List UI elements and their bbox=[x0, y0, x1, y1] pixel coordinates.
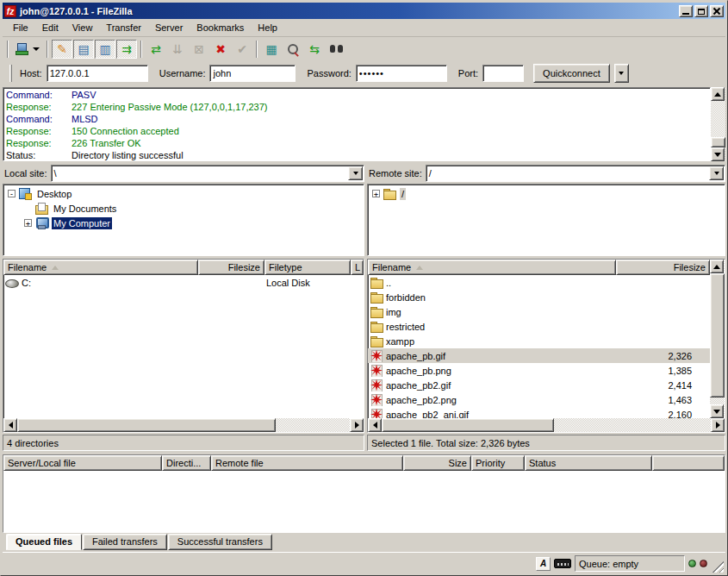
menu-item[interactable]: Help bbox=[251, 21, 284, 34]
column-header-priority[interactable]: Priority bbox=[471, 455, 525, 471]
title-bar[interactable]: john@127.0.0.1 - FileZilla bbox=[3, 3, 725, 19]
synchronized-browsing-button[interactable]: ⇆ bbox=[304, 40, 325, 59]
reconnect-button[interactable]: ✔ bbox=[232, 40, 252, 59]
scroll-up-button[interactable] bbox=[710, 260, 724, 273]
local-site-dropdown-button[interactable] bbox=[348, 166, 363, 180]
column-header-status[interactable]: Status bbox=[525, 455, 652, 471]
file-row[interactable]: C: Local Disk bbox=[3, 275, 364, 290]
column-header-filesize[interactable]: Filesize bbox=[616, 260, 710, 275]
column-header-remote-file[interactable]: Remote file bbox=[211, 455, 403, 471]
scroll-down-button[interactable] bbox=[711, 147, 725, 161]
scroll-thumb[interactable] bbox=[17, 418, 276, 432]
remote-site-combobox[interactable]: / bbox=[426, 165, 725, 182]
maximize-button[interactable] bbox=[694, 5, 708, 17]
toggle-remote-tree-button[interactable]: ▥ bbox=[95, 40, 115, 59]
column-header-filesize[interactable]: Filesize bbox=[198, 260, 264, 275]
column-header-last-modified[interactable]: L bbox=[351, 260, 364, 275]
menu-bar: FileEditViewTransferServerBookmarksHelp bbox=[3, 19, 725, 37]
remote-tree: + / bbox=[367, 184, 725, 256]
remote-vertical-scrollbar[interactable] bbox=[710, 260, 725, 418]
chevron-down-icon bbox=[33, 47, 40, 54]
column-header-filetype[interactable]: Filetype bbox=[264, 260, 351, 275]
queue-tab[interactable]: Queued files bbox=[6, 534, 82, 550]
scroll-up-button[interactable] bbox=[711, 87, 725, 101]
tree-expander[interactable]: - bbox=[8, 190, 16, 197]
file-row[interactable]: apache_pb.png 1,385 bbox=[368, 363, 710, 378]
local-site-combobox[interactable]: \ bbox=[51, 165, 364, 182]
file-row[interactable]: xampp bbox=[368, 334, 710, 348]
minimize-button[interactable] bbox=[679, 5, 693, 17]
tree-item[interactable]: + / bbox=[370, 186, 725, 201]
directory-comparison-button[interactable]: ▦ bbox=[261, 40, 282, 59]
quickconnect-dropdown-button[interactable] bbox=[614, 64, 629, 83]
quickconnect-button[interactable]: Quickconnect bbox=[533, 64, 610, 83]
speed-limit-indicator-icon[interactable] bbox=[554, 559, 571, 568]
local-file-list: Filename Filesize Filetype L C: Local Di… bbox=[3, 259, 364, 433]
remote-site-dropdown-button[interactable] bbox=[709, 166, 724, 180]
scroll-down-button[interactable] bbox=[710, 404, 724, 418]
scroll-thumb[interactable] bbox=[382, 418, 554, 432]
log-scrollbar[interactable] bbox=[711, 87, 725, 161]
password-input[interactable] bbox=[356, 65, 447, 82]
log-line-text: 226 Transfer OK bbox=[72, 137, 141, 149]
site-manager-button[interactable] bbox=[12, 40, 43, 59]
magnifier-icon bbox=[287, 43, 299, 55]
username-input[interactable] bbox=[209, 65, 296, 82]
local-horizontal-scrollbar[interactable] bbox=[3, 418, 364, 432]
remote-horizontal-scrollbar[interactable] bbox=[368, 418, 725, 432]
disconnect-button[interactable]: ✖ bbox=[210, 40, 231, 59]
file-row[interactable]: apache_pb2.gif 2,414 bbox=[368, 378, 710, 392]
menu-item[interactable]: Edit bbox=[35, 21, 65, 34]
column-header-size[interactable]: Size bbox=[403, 455, 471, 471]
scroll-right-button[interactable] bbox=[350, 418, 364, 432]
cancel-operation-button[interactable]: ⊠ bbox=[189, 40, 209, 59]
tree-item[interactable]: My Documents bbox=[5, 201, 364, 216]
process-queue-button[interactable]: ⇊ bbox=[167, 40, 188, 59]
menu-item[interactable]: View bbox=[65, 21, 100, 34]
toggle-queue-button[interactable]: ⇉ bbox=[116, 40, 137, 59]
file-row[interactable]: img bbox=[368, 304, 710, 319]
scroll-left-button[interactable] bbox=[368, 418, 382, 432]
tree-item[interactable]: + My Computer bbox=[5, 216, 364, 230]
scroll-right-button[interactable] bbox=[711, 418, 725, 432]
menu-item[interactable]: Server bbox=[148, 21, 190, 34]
log-line: Command: PASV bbox=[6, 89, 710, 101]
file-row[interactable]: forbidden bbox=[368, 290, 710, 304]
column-header-server-local-file[interactable]: Server/Local file bbox=[3, 455, 162, 471]
toolbar-separator bbox=[140, 41, 142, 58]
file-row[interactable]: apache_pb2.png 1,463 bbox=[368, 392, 710, 407]
menu-item[interactable]: Transfer bbox=[99, 21, 148, 34]
tree-item[interactable]: - Desktop bbox=[5, 186, 364, 201]
filter-button[interactable] bbox=[326, 40, 346, 59]
queue-tab[interactable]: Successful transfers bbox=[168, 534, 272, 550]
scroll-thumb[interactable] bbox=[711, 137, 725, 147]
menu-item[interactable]: File bbox=[6, 21, 35, 34]
column-header-filename[interactable]: Filename bbox=[368, 260, 616, 275]
file-row[interactable]: .. bbox=[368, 275, 710, 290]
host-input[interactable] bbox=[47, 65, 148, 82]
column-header-direction[interactable]: Directi... bbox=[162, 455, 211, 471]
menu-item[interactable]: Bookmarks bbox=[190, 21, 251, 34]
toggle-local-tree-button[interactable]: ▤ bbox=[73, 40, 94, 59]
arrow-left-icon bbox=[370, 422, 377, 429]
scroll-left-button[interactable] bbox=[3, 418, 17, 432]
resize-grip[interactable] bbox=[711, 560, 724, 573]
scroll-thumb[interactable] bbox=[710, 273, 725, 398]
port-input[interactable] bbox=[482, 65, 524, 82]
find-files-button[interactable] bbox=[283, 40, 303, 59]
file-row[interactable]: apache_pb2_ani.gif 2,160 bbox=[368, 407, 710, 418]
tree-expander[interactable]: + bbox=[372, 190, 380, 197]
image-icon bbox=[370, 350, 384, 362]
refresh-button[interactable]: ⇄ bbox=[146, 40, 166, 59]
transfer-type-indicator-icon[interactable] bbox=[536, 557, 551, 571]
remote-pane: Remote site: / + / Filename bbox=[367, 163, 725, 451]
toggle-log-button[interactable]: ✎ bbox=[52, 40, 72, 59]
queue-tab[interactable]: Failed transfers bbox=[83, 534, 167, 550]
file-row[interactable]: apache_pb.gif 2,326 bbox=[368, 348, 710, 363]
column-header-filename[interactable]: Filename bbox=[3, 260, 198, 275]
scroll-track bbox=[711, 101, 725, 137]
close-button[interactable] bbox=[710, 5, 724, 17]
folder-icon bbox=[370, 321, 384, 333]
tree-expander[interactable]: + bbox=[24, 219, 32, 227]
file-row[interactable]: restricted bbox=[368, 319, 710, 334]
